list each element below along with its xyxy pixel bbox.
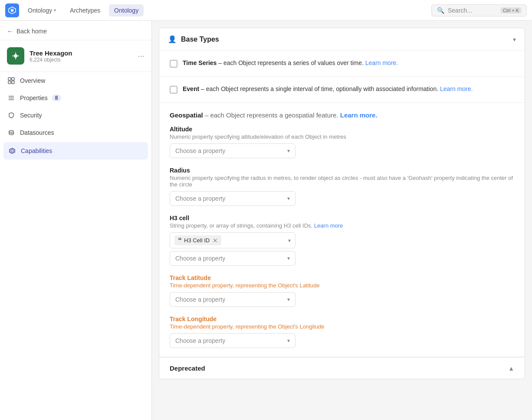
base-types-icon: 👤 bbox=[168, 35, 177, 43]
track-latitude-group: Track Latitude Time-dependent property, … bbox=[170, 274, 514, 307]
track-longitude-desc: Time-dependent property, representing th… bbox=[170, 323, 514, 330]
panel-title: Base Types bbox=[181, 36, 219, 43]
workspace-count: 6,224 objects bbox=[30, 57, 133, 63]
track-longitude-group: Track Longitude Time-dependent property,… bbox=[170, 316, 514, 348]
workspace-icon bbox=[7, 47, 24, 65]
svg-marker-16 bbox=[11, 150, 13, 152]
track-longitude-chevron-icon: ▾ bbox=[287, 338, 290, 344]
overview-label: Overview bbox=[20, 77, 45, 84]
altitude-desc: Numeric property specifying altitude/ele… bbox=[170, 133, 514, 140]
tag-quote-icon: ❝ bbox=[178, 236, 182, 244]
event-checkbox[interactable] bbox=[170, 86, 177, 94]
h3cell-tag-label: H3 Cell ID bbox=[184, 237, 210, 244]
track-latitude-desc: Time-dependent property, representing th… bbox=[170, 282, 514, 289]
properties-label: Properties bbox=[20, 94, 48, 101]
h3cell-label: H3 cell bbox=[170, 215, 514, 221]
svg-rect-9 bbox=[8, 81, 11, 84]
event-desc: – each Object represents a single interv… bbox=[201, 85, 438, 92]
main-content: 👤 Base Types ▾ Time Series – each Object… bbox=[152, 21, 532, 420]
sidebar-item-properties[interactable]: Properties 8 bbox=[0, 89, 151, 107]
svg-rect-7 bbox=[8, 78, 11, 80]
radius-label: Radius bbox=[170, 167, 514, 174]
panel-header-left: 👤 Base Types bbox=[168, 35, 219, 43]
svg-rect-10 bbox=[12, 81, 14, 84]
capabilities-icon bbox=[8, 147, 16, 155]
track-latitude-select[interactable]: Choose a property ▾ bbox=[170, 292, 296, 307]
workspace-menu-button[interactable]: ··· bbox=[138, 52, 144, 61]
sidebar: ← Back home Tree Hexagon 6,224 objects ·… bbox=[0, 21, 152, 420]
search-icon: 🔍 bbox=[437, 7, 444, 14]
altitude-group: Altitude Numeric property specifying alt… bbox=[170, 126, 514, 158]
back-arrow-icon: ← bbox=[7, 28, 13, 35]
properties-badge: 8 bbox=[52, 94, 61, 101]
time-series-desc: – each Object represents a series of val… bbox=[218, 59, 364, 66]
time-series-section: Time Series – each Object represents a s… bbox=[159, 51, 525, 77]
sidebar-item-capabilities[interactable]: Capabilities bbox=[3, 142, 148, 160]
geospatial-section: Geospatial – each Object represents a ge… bbox=[159, 103, 525, 357]
deprecated-section[interactable]: Deprecated ▲ bbox=[159, 357, 525, 379]
h3cell-tag: ❝ H3 Cell ID ✕ bbox=[174, 235, 221, 245]
workspace-info: Tree Hexagon 6,224 objects bbox=[30, 49, 133, 63]
ontology-active-nav-button[interactable]: Ontology bbox=[109, 4, 144, 16]
base-types-panel: 👤 Base Types ▾ Time Series – each Object… bbox=[159, 28, 525, 379]
capabilities-label: Capabilities bbox=[21, 147, 52, 154]
h3cell-tag-select[interactable]: ❝ H3 Cell ID ✕ ▾ bbox=[170, 232, 296, 248]
top-nav: Ontology ▾ Archetypes Ontology 🔍 Search.… bbox=[0, 0, 532, 21]
geospatial-learn-more[interactable]: Learn more. bbox=[340, 111, 378, 119]
svg-point-14 bbox=[9, 130, 13, 132]
svg-marker-15 bbox=[10, 148, 15, 153]
event-learn-more[interactable]: Learn more. bbox=[440, 85, 473, 92]
svg-rect-8 bbox=[12, 78, 14, 80]
time-series-label: Time Series bbox=[183, 59, 217, 66]
track-longitude-select[interactable]: Choose a property ▾ bbox=[170, 333, 296, 348]
h3cell-desc: String property, or array of strings, co… bbox=[170, 222, 514, 229]
h3cell-group: H3 cell String property, or array of str… bbox=[170, 215, 514, 266]
svg-point-2 bbox=[14, 54, 17, 58]
h3cell-select-chevron-icon: ▾ bbox=[287, 255, 290, 261]
sidebar-item-overview[interactable]: Overview bbox=[0, 72, 151, 89]
security-label: Security bbox=[20, 112, 42, 119]
sidebar-item-security[interactable]: Security bbox=[0, 107, 151, 124]
track-longitude-label: Track Longitude bbox=[170, 316, 514, 322]
overview-icon bbox=[7, 76, 16, 85]
properties-icon bbox=[7, 94, 16, 102]
security-icon bbox=[7, 111, 16, 120]
time-series-learn-more[interactable]: Learn more. bbox=[365, 59, 398, 66]
altitude-select[interactable]: Choose a property ▾ bbox=[170, 143, 296, 158]
event-label: Event bbox=[183, 85, 199, 92]
track-latitude-label: Track Latitude bbox=[170, 274, 514, 281]
h3cell-learn-more[interactable]: Learn more bbox=[314, 222, 343, 229]
altitude-label: Altitude bbox=[170, 126, 514, 133]
radius-select-chevron-icon: ▾ bbox=[287, 195, 290, 202]
time-series-checkbox[interactable] bbox=[170, 60, 177, 68]
back-home-button[interactable]: ← Back home bbox=[0, 21, 151, 40]
h3cell-tag-dropdown-icon[interactable]: ▾ bbox=[288, 238, 291, 244]
radius-group: Radius Numeric property specifying the r… bbox=[170, 167, 514, 206]
event-section: Event – each Object represents a single … bbox=[159, 77, 525, 103]
h3cell-select[interactable]: Choose a property ▾ bbox=[170, 251, 296, 266]
track-latitude-chevron-icon: ▾ bbox=[287, 296, 290, 303]
geospatial-title: Geospatial bbox=[170, 111, 203, 119]
app-logo bbox=[5, 3, 19, 17]
workspace-card: Tree Hexagon 6,224 objects ··· bbox=[0, 40, 151, 72]
ontology-nav-button[interactable]: Ontology ▾ bbox=[23, 4, 61, 16]
deprecated-chevron-icon: ▲ bbox=[508, 365, 514, 372]
main-layout: ← Back home Tree Hexagon 6,224 objects ·… bbox=[0, 21, 532, 420]
workspace-name: Tree Hexagon bbox=[30, 49, 133, 57]
datasources-label: Datasources bbox=[20, 129, 54, 136]
deprecated-label: Deprecated bbox=[170, 365, 205, 372]
panel-header[interactable]: 👤 Base Types ▾ bbox=[159, 28, 525, 51]
datasources-icon bbox=[7, 128, 16, 137]
geospatial-desc: – each Object represents a geospatial fe… bbox=[205, 111, 340, 119]
search-bar[interactable]: 🔍 Search... Ctrl + K bbox=[431, 4, 527, 16]
svg-rect-1 bbox=[11, 9, 13, 12]
h3cell-tag-close-button[interactable]: ✕ bbox=[213, 237, 218, 244]
panel-collapse-icon: ▾ bbox=[513, 36, 516, 43]
archetypes-nav-button[interactable]: Archetypes bbox=[65, 4, 105, 16]
search-shortcut: Ctrl + K bbox=[501, 7, 521, 13]
radius-desc: Numeric property specifying the radius i… bbox=[170, 175, 514, 188]
sidebar-item-datasources[interactable]: Datasources bbox=[0, 124, 151, 141]
ontology-chevron-icon: ▾ bbox=[54, 8, 56, 13]
altitude-select-chevron-icon: ▾ bbox=[287, 148, 290, 154]
radius-select[interactable]: Choose a property ▾ bbox=[170, 191, 296, 206]
